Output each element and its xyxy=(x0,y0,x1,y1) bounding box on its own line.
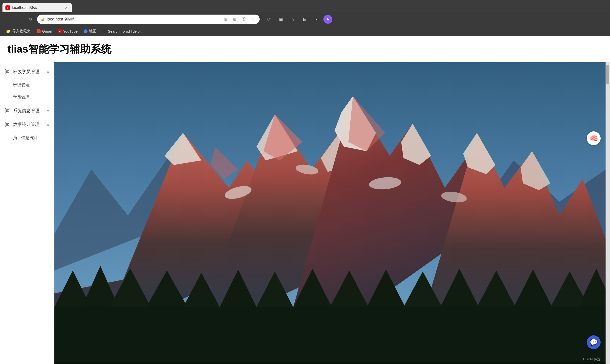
menu-group-system-header[interactable]: 系统信息管理 ∨ xyxy=(0,104,54,118)
bookmark-gmail-label: Gmail xyxy=(42,29,52,33)
main-content: 🧠 💬 CSDN 传送 xyxy=(54,62,606,364)
github-icon xyxy=(102,29,106,33)
class-menu-items: 班级管理 学员管理 xyxy=(0,79,54,104)
tab-bar: localhost:90/#/ ✕ xyxy=(0,0,610,12)
youtube-icon xyxy=(58,29,62,33)
sidebar-item-employee-stats[interactable]: 员工信息统计 xyxy=(0,131,54,144)
data-envelope-icon xyxy=(6,123,9,126)
floating-brain-button[interactable]: 🧠 xyxy=(587,131,601,145)
bookmark-maps[interactable]: 地图 xyxy=(81,28,99,35)
system-group-label: 系统信息管理 xyxy=(13,108,44,114)
sidebar-item-class-mgmt[interactable]: 班级管理 xyxy=(0,79,54,91)
profile-button[interactable]: A xyxy=(323,15,332,24)
mountain-scene: 🧠 💬 CSDN 传送 xyxy=(54,62,606,364)
menu-group-data-header[interactable]: 数据统计管理 ∧ xyxy=(0,118,54,131)
toolbar-right: ⟳ ▣ ☆ ⊞ ⋯ A xyxy=(264,14,332,24)
data-group-chevron: ∧ xyxy=(47,122,49,126)
more-tools-button[interactable]: ⋯ xyxy=(312,14,321,24)
bookmark-youtube[interactable]: YouTube xyxy=(55,28,80,35)
bookmark-github[interactable]: Search · org:Hideip... xyxy=(100,28,145,35)
sidebar-item-student-mgmt[interactable]: 学员管理 xyxy=(0,91,54,104)
menu-group-class: 班级学员管理 ∧ 班级管理 学员管理 xyxy=(0,65,54,104)
lock-icon: 🔒 xyxy=(41,17,45,21)
svg-rect-41 xyxy=(54,362,606,364)
chat-float-button[interactable]: 💬 xyxy=(587,335,601,349)
import-icon: 📁 xyxy=(6,29,11,34)
tab-title: localhost:90/#/ xyxy=(12,5,37,10)
class-group-label: 班级学员管理 xyxy=(13,69,44,75)
address-bar[interactable]: 🔒 localhost:90/#/ ⊞ ⊟ Ⓐ ☆ xyxy=(37,15,260,24)
bookmark-youtube-label: YouTube xyxy=(63,29,78,33)
favorites-button[interactable]: ☆ xyxy=(288,14,298,24)
menu-group-class-header[interactable]: 班级学员管理 ∧ xyxy=(0,65,54,79)
copilot-button[interactable]: ⟳ xyxy=(264,14,274,24)
bookmark-import[interactable]: 📁 导入收藏夹 xyxy=(3,28,33,35)
menu-group-data: 数据统计管理 ∧ 员工信息统计 xyxy=(0,118,54,144)
page-wrapper: tlias智能学习辅助系统 班级学员管理 ∧ 班级管理 xyxy=(0,36,610,364)
bookmark-maps-label: 地图 xyxy=(89,29,96,34)
page-body: 班级学员管理 ∧ 班级管理 学员管理 系统信息管 xyxy=(0,62,610,364)
scrollbar-thumb[interactable] xyxy=(606,65,609,84)
split-view-icon[interactable]: ⊟ xyxy=(231,16,238,23)
system-envelope-icon xyxy=(6,109,9,112)
scrollbar[interactable] xyxy=(606,62,610,364)
bookmark-github-label: Search · org:Hideip... xyxy=(108,29,143,33)
favorites-icon[interactable]: ☆ xyxy=(249,16,256,23)
bookmarks-bar: 📁 导入收藏夹 Gmail YouTube 地图 Search · org:Hi… xyxy=(0,26,610,36)
back-button[interactable]: ← xyxy=(3,15,12,24)
page-header: tlias智能学习辅助系统 xyxy=(0,36,610,62)
forward-button[interactable]: → xyxy=(14,15,23,24)
bookmark-import-label: 导入收藏夹 xyxy=(12,29,31,34)
mountain-svg xyxy=(54,62,606,364)
svg-rect-24 xyxy=(54,307,606,364)
tab-close-button[interactable]: ✕ xyxy=(64,5,69,10)
class-group-icon xyxy=(5,69,10,74)
envelope-icon xyxy=(6,70,9,73)
data-menu-items: 员工信息统计 xyxy=(0,131,54,144)
address-icons: ⊞ ⊟ Ⓐ ☆ xyxy=(222,16,256,23)
sidebar-toggle-button[interactable]: ▣ xyxy=(276,14,286,24)
csdn-watermark: CSDN 传送 xyxy=(583,357,601,362)
menu-group-system: 系统信息管理 ∨ xyxy=(0,104,54,118)
data-group-icon xyxy=(5,122,10,127)
ai-icon[interactable]: Ⓐ xyxy=(240,16,247,23)
collections-button[interactable]: ⊞ xyxy=(300,14,310,24)
page-title: tlias智能学习辅助系统 xyxy=(7,42,603,56)
active-tab[interactable]: localhost:90/#/ ✕ xyxy=(2,3,72,12)
reader-mode-icon[interactable]: ⊞ xyxy=(222,16,229,23)
nav-bar: ← → ↻ 🔒 localhost:90/#/ ⊞ ⊟ Ⓐ ☆ ⟳ ▣ ☆ ⊞ … xyxy=(0,12,610,26)
system-group-icon xyxy=(5,108,10,113)
bookmark-gmail[interactable]: Gmail xyxy=(34,28,54,35)
tab-favicon xyxy=(5,5,10,10)
refresh-button[interactable]: ↻ xyxy=(26,15,35,24)
system-group-chevron: ∨ xyxy=(47,109,49,113)
browser-chrome: localhost:90/#/ ✕ ← → ↻ 🔒 localhost:90/#… xyxy=(0,0,610,36)
class-group-chevron: ∧ xyxy=(47,70,49,74)
data-group-label: 数据统计管理 xyxy=(13,121,44,127)
maps-icon xyxy=(84,29,88,33)
gmail-icon xyxy=(37,29,41,33)
sidebar: 班级学员管理 ∧ 班级管理 学员管理 系统信息管 xyxy=(0,62,54,364)
address-text: localhost:90/#/ xyxy=(47,17,220,22)
